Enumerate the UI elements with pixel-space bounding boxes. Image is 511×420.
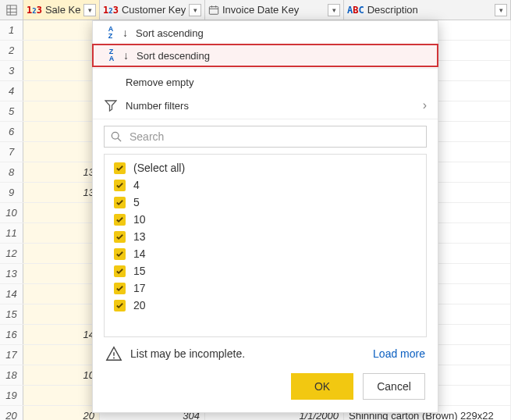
filter-item[interactable]: 20 (111, 297, 420, 314)
filter-item[interactable]: 10 (111, 211, 420, 228)
svg-line-9 (118, 138, 121, 141)
column-name: Invoice Date Key (222, 4, 325, 16)
column-dropdown-button[interactable]: ▾ (328, 4, 340, 16)
row-number: 4 (0, 81, 23, 101)
checkbox-checked-icon (114, 283, 126, 294)
column-header[interactable]: Invoice Date Key▾ (205, 0, 344, 20)
remove-empty-item[interactable]: Remove empty (93, 70, 438, 94)
column-dropdown-button[interactable]: ▾ (495, 4, 507, 16)
number-filters-item[interactable]: Number filters › (93, 94, 438, 117)
column-header-row: 123Sale Key▾123Customer Key▾Invoice Date… (0, 0, 511, 20)
cell[interactable] (23, 203, 100, 222)
column-dropdown-button[interactable]: ▾ (83, 4, 96, 16)
cell[interactable] (23, 142, 100, 162)
column-dropdown-button[interactable]: ▾ (189, 4, 201, 16)
cell[interactable] (23, 61, 100, 80)
filter-item-label: 20 (133, 299, 146, 311)
sort-asc-icon: AZ (104, 26, 118, 40)
cell[interactable] (23, 284, 100, 304)
down-arrow-icon: ↓ (123, 49, 129, 62)
filter-item[interactable]: 14 (111, 245, 420, 262)
cell[interactable] (23, 20, 100, 40)
column-name: Customer Key (122, 4, 186, 16)
svg-rect-4 (209, 6, 218, 14)
ok-button[interactable]: OK (291, 373, 353, 400)
cell[interactable] (23, 345, 100, 365)
incomplete-row: List may be incomplete. Load more (105, 345, 425, 362)
sort-ascending-label: Sort ascending (136, 27, 204, 39)
type-icon: 123 (103, 5, 119, 16)
search-icon (111, 131, 122, 142)
row-number: 3 (0, 61, 23, 80)
cell[interactable]: 13 (23, 162, 100, 182)
filter-item-label: (Select all) (133, 162, 185, 174)
incomplete-label: List may be incomplete. (130, 347, 245, 360)
cell[interactable] (23, 304, 100, 324)
row-number: 6 (0, 122, 23, 141)
button-row: OK Cancel (105, 373, 425, 400)
filter-item-label: 14 (133, 247, 146, 260)
cell[interactable] (23, 122, 100, 141)
row-number: 15 (0, 304, 23, 324)
filter-value-list[interactable]: (Select all) 45101314151720 (104, 154, 427, 337)
row-number: 9 (0, 183, 23, 202)
table-corner (0, 0, 23, 20)
type-icon: 123 (27, 5, 42, 16)
cell[interactable] (23, 81, 100, 101)
filter-item-select-all[interactable]: (Select all) (111, 159, 420, 176)
filter-item[interactable]: 4 (111, 176, 420, 194)
cancel-button[interactable]: Cancel (363, 373, 425, 400)
column-header[interactable]: 123Sale Key▾ (23, 0, 100, 20)
checkbox-checked-icon (114, 197, 126, 208)
cell[interactable] (23, 101, 100, 121)
cell[interactable]: 13 (23, 183, 100, 202)
cell[interactable]: 14 (23, 325, 100, 344)
svg-point-11 (113, 358, 115, 359)
filter-item[interactable]: 13 (111, 228, 420, 245)
checkbox-checked-icon (114, 180, 126, 191)
checkbox-checked-icon (114, 265, 126, 277)
chevron-right-icon: › (423, 98, 427, 112)
cell[interactable]: 10 (23, 365, 100, 385)
checkbox-checked-icon (114, 231, 126, 243)
row-number: 18 (0, 365, 23, 385)
column-header[interactable]: ABCDescription▾ (344, 0, 511, 20)
funnel-icon (104, 99, 118, 112)
filter-item[interactable]: 17 (111, 279, 420, 297)
cell[interactable] (23, 41, 100, 60)
filter-item[interactable]: 15 (111, 262, 420, 279)
row-number: 5 (0, 101, 23, 121)
checkbox-checked-icon (114, 162, 126, 174)
column-name: Description (367, 4, 491, 16)
filter-item[interactable]: 5 (111, 194, 420, 211)
filter-search-box[interactable] (104, 126, 427, 148)
checkbox-checked-icon (114, 248, 126, 260)
cell[interactable]: 20 (23, 406, 100, 420)
cell[interactable] (23, 386, 100, 405)
number-filters-label: Number filters (126, 100, 189, 112)
row-number: 2 (0, 41, 23, 60)
row-number: 13 (0, 264, 23, 283)
column-filter-menu: AZ ↓ Sort ascending ZA ↓ Sort descending… (92, 20, 438, 413)
down-arrow-icon: ↓ (122, 27, 128, 39)
sort-ascending-item[interactable]: AZ ↓ Sort ascending (93, 21, 438, 44)
checkbox-checked-icon (114, 300, 126, 311)
row-number: 8 (0, 162, 23, 182)
filter-item-label: 5 (133, 196, 140, 208)
filter-item-label: 13 (133, 230, 146, 243)
load-more-link[interactable]: Load more (373, 347, 425, 360)
cell[interactable] (23, 264, 100, 283)
row-number: 7 (0, 142, 23, 162)
row-number: 12 (0, 244, 23, 263)
table-icon (6, 5, 17, 16)
cell[interactable] (23, 223, 100, 243)
column-header[interactable]: 123Customer Key▾ (100, 0, 205, 20)
sort-descending-item[interactable]: ZA ↓ Sort descending (92, 44, 438, 67)
cell[interactable] (23, 244, 100, 263)
remove-empty-label: Remove empty (126, 77, 193, 88)
type-icon: ABC (347, 5, 364, 16)
sort-desc-icon: ZA (105, 48, 119, 62)
filter-search-input[interactable] (128, 130, 420, 144)
row-number: 16 (0, 325, 23, 344)
filter-item-label: 15 (133, 265, 146, 277)
